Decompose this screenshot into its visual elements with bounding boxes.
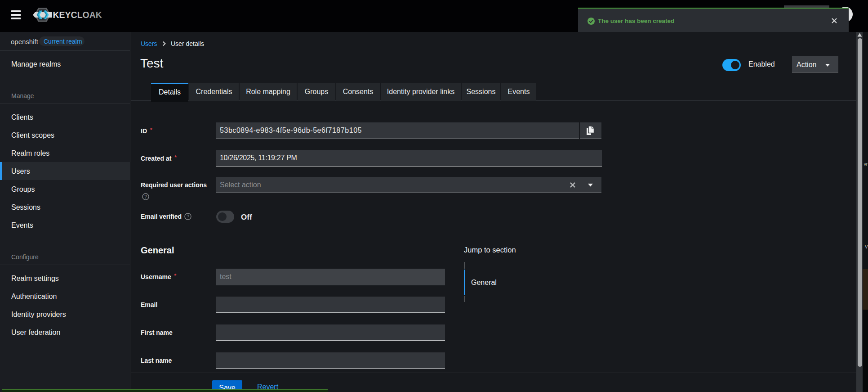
svg-text:?: ? (144, 194, 147, 199)
svg-text:?: ? (187, 214, 189, 219)
svg-text:KEYCLOAK: KEYCLOAK (53, 10, 102, 20)
